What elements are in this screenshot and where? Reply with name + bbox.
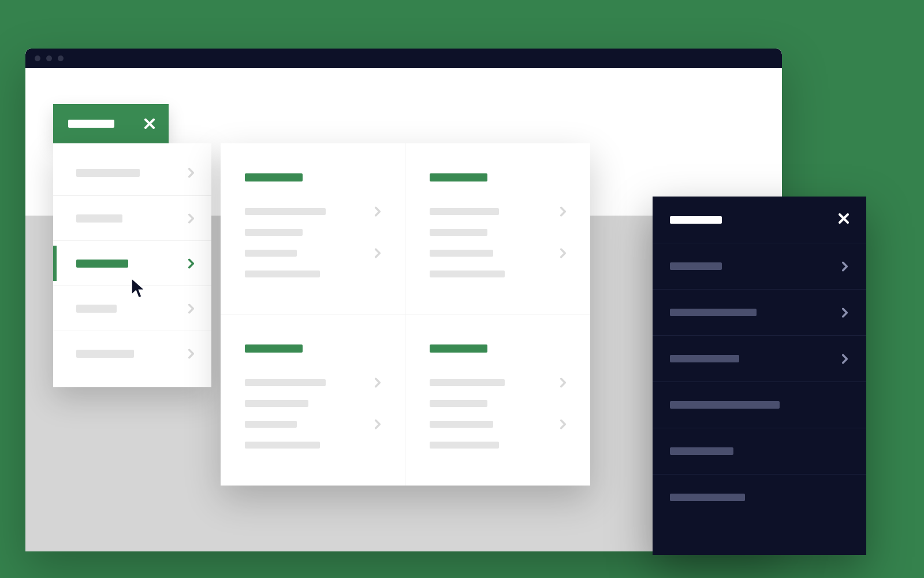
mega-flyout-panel <box>221 143 590 486</box>
mega-cell <box>221 314 405 486</box>
chevron-right-icon <box>372 418 383 430</box>
mega-item-label <box>245 271 320 277</box>
mega-menu-item[interactable] <box>245 414 383 435</box>
mega-cell-header <box>245 344 303 353</box>
mega-cell-header <box>430 173 487 181</box>
mega-item-label <box>430 442 499 449</box>
mega-menu-item[interactable] <box>245 264 383 284</box>
mobile-menu-item[interactable] <box>653 474 866 520</box>
chevron-right-icon <box>186 213 196 224</box>
mobile-item-label <box>670 401 780 409</box>
chevron-right-icon <box>186 348 196 360</box>
chevron-right-icon <box>372 377 383 388</box>
close-icon[interactable] <box>143 117 156 130</box>
mobile-item-label <box>670 494 745 501</box>
chevron-right-icon <box>186 258 196 269</box>
close-icon[interactable] <box>837 212 850 227</box>
chevron-right-icon <box>840 261 850 272</box>
dropdown-item-label <box>76 260 128 268</box>
mobile-item-label <box>670 447 733 455</box>
mega-item-label <box>430 379 505 386</box>
traffic-light-dot[interactable] <box>46 55 52 61</box>
mega-menu-item[interactable] <box>430 222 568 243</box>
chevron-right-icon <box>186 303 196 314</box>
dropdown-item-label <box>76 350 134 358</box>
chevron-right-icon <box>558 247 568 259</box>
mega-item-label <box>245 379 326 386</box>
dropdown-item[interactable] <box>53 150 211 195</box>
main-menu-label <box>68 120 114 128</box>
mega-item-label <box>430 208 499 215</box>
dropdown-item[interactable] <box>53 331 211 376</box>
mega-menu-item[interactable] <box>245 243 383 264</box>
mega-item-label <box>430 271 505 277</box>
mega-cell-header <box>430 344 487 353</box>
chevron-right-icon <box>372 206 383 217</box>
mega-menu-item[interactable] <box>430 264 568 284</box>
mega-item-label <box>430 229 487 236</box>
mobile-item-label <box>670 309 757 316</box>
mega-item-label <box>430 421 493 428</box>
dropdown-panel <box>53 143 211 387</box>
chevron-right-icon <box>840 353 850 365</box>
mega-menu-item[interactable] <box>245 201 383 222</box>
chevron-right-icon <box>558 206 568 217</box>
dropdown-item-label <box>76 169 140 177</box>
mega-menu-item[interactable] <box>430 414 568 435</box>
main-menu-button[interactable] <box>53 104 169 143</box>
mega-item-label <box>245 421 297 428</box>
chevron-right-icon <box>558 418 568 430</box>
mega-menu-item[interactable] <box>430 393 568 414</box>
mega-menu-item[interactable] <box>430 243 568 264</box>
mega-menu-item[interactable] <box>430 372 568 393</box>
dropdown-item-label <box>76 214 122 223</box>
mobile-item-label <box>670 355 739 362</box>
mobile-menu-title <box>670 216 722 224</box>
mobile-menu-panel <box>653 197 866 555</box>
window-titlebar <box>25 49 782 68</box>
dropdown-item[interactable] <box>53 240 211 286</box>
mobile-menu-item[interactable] <box>653 381 866 428</box>
mobile-menu-item[interactable] <box>653 289 866 335</box>
mega-item-label <box>245 229 303 236</box>
chevron-right-icon <box>372 247 383 259</box>
mobile-menu-item[interactable] <box>653 243 866 289</box>
traffic-light-dot[interactable] <box>35 55 40 61</box>
dropdown-item[interactable] <box>53 286 211 331</box>
mega-item-label <box>245 442 320 449</box>
mega-menu-item[interactable] <box>245 393 383 414</box>
mega-menu-item[interactable] <box>430 435 568 455</box>
mega-menu-item[interactable] <box>245 372 383 393</box>
mega-item-label <box>245 400 308 407</box>
chevron-right-icon <box>558 377 568 388</box>
chevron-right-icon <box>840 307 850 318</box>
mobile-item-label <box>670 262 722 270</box>
mega-cell-header <box>245 173 303 181</box>
mega-item-label <box>245 208 326 215</box>
mega-menu-item[interactable] <box>245 435 383 455</box>
mega-item-label <box>245 250 297 257</box>
mega-menu-item[interactable] <box>430 201 568 222</box>
mobile-menu-item[interactable] <box>653 428 866 474</box>
mega-cell <box>221 143 405 314</box>
chevron-right-icon <box>186 167 196 179</box>
mega-cell <box>405 314 590 486</box>
mobile-menu-header <box>653 197 866 243</box>
mobile-menu-item[interactable] <box>653 335 866 381</box>
traffic-light-dot[interactable] <box>58 55 64 61</box>
mega-item-label <box>430 400 487 407</box>
dropdown-item[interactable] <box>53 195 211 240</box>
mega-menu-item[interactable] <box>245 222 383 243</box>
mega-cell <box>405 143 590 314</box>
dropdown-item-label <box>76 305 117 313</box>
mega-item-label <box>430 250 493 257</box>
